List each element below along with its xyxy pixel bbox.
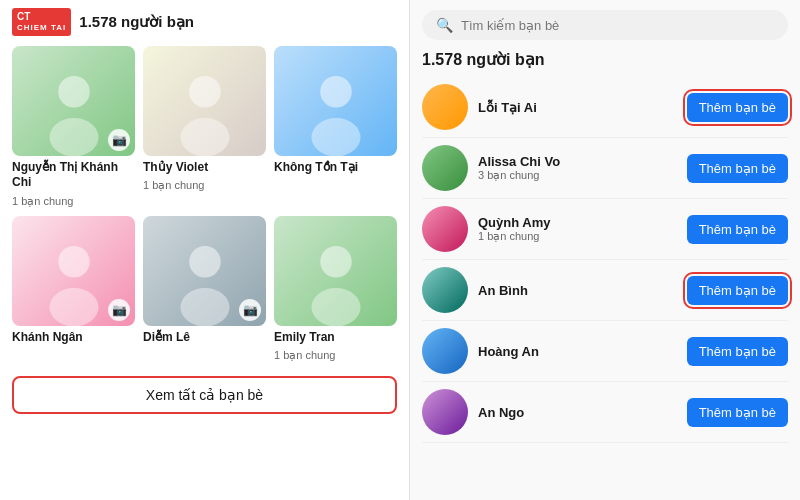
add-friend-button[interactable]: Thêm bạn bè bbox=[687, 215, 788, 244]
friend-info: Alissa Chi Vo3 bạn chung bbox=[478, 154, 677, 182]
right-panel-title: 1.578 người bạn bbox=[422, 50, 788, 69]
friend-name: Không Tồn Tại bbox=[274, 160, 397, 176]
friend-info: An Bình bbox=[478, 283, 677, 298]
friend-list-item: Alissa Chi Vo3 bạn chungThêm bạn bè bbox=[422, 138, 788, 199]
friend-name: Emily Tran bbox=[274, 330, 397, 346]
friend-name: Thủy Violet bbox=[143, 160, 266, 176]
friend-list-item: Quỳnh Amy1 bạn chungThêm bạn bè bbox=[422, 199, 788, 260]
friend-count-title: 1.578 người bạn bbox=[79, 13, 194, 31]
avatar bbox=[422, 267, 468, 313]
friend-card: Thủy Violet1 bạn chung bbox=[143, 46, 266, 208]
friend-list-name: Quỳnh Amy bbox=[478, 215, 677, 230]
photo-placeholder bbox=[143, 46, 266, 156]
avatar bbox=[422, 328, 468, 374]
avatar bbox=[422, 84, 468, 130]
camera-icon: 📷 bbox=[108, 129, 130, 151]
friend-list-name: Hoàng An bbox=[478, 344, 677, 359]
svg-point-4 bbox=[320, 76, 352, 108]
search-icon: 🔍 bbox=[436, 17, 453, 33]
svg-point-6 bbox=[58, 246, 90, 278]
photo-placeholder bbox=[274, 46, 397, 156]
svg-point-1 bbox=[49, 118, 98, 156]
friend-list-item: Lỗi Tại AiThêm bạn bè bbox=[422, 77, 788, 138]
friend-list-name: Alissa Chi Vo bbox=[478, 154, 677, 169]
friend-name: Nguyễn Thị Khánh Chi bbox=[12, 160, 135, 191]
svg-point-2 bbox=[189, 76, 221, 108]
add-friend-button[interactable]: Thêm bạn bè bbox=[687, 398, 788, 427]
search-box: 🔍 bbox=[422, 10, 788, 40]
friend-photo: 📷 bbox=[12, 216, 135, 326]
avatar bbox=[422, 145, 468, 191]
friend-mutual: 1 bạn chung bbox=[143, 179, 266, 192]
friend-card: 📷Diễm Lê bbox=[143, 216, 266, 363]
camera-icon: 📷 bbox=[108, 299, 130, 321]
add-friend-button[interactable]: Thêm bạn bè bbox=[687, 276, 788, 305]
friend-photo bbox=[143, 46, 266, 156]
svg-point-8 bbox=[189, 246, 221, 278]
friend-list-name: An Bình bbox=[478, 283, 677, 298]
left-panel: CT CHIEM TAI 1.578 người bạn 📷Nguyễn Thị… bbox=[0, 0, 410, 500]
avatar bbox=[422, 206, 468, 252]
friend-photo: 📷 bbox=[143, 216, 266, 326]
friend-list-mutual: 3 bạn chung bbox=[478, 169, 677, 182]
svg-point-9 bbox=[180, 288, 229, 326]
friend-card: Emily Tran1 bạn chung bbox=[274, 216, 397, 363]
friend-info: Lỗi Tại Ai bbox=[478, 100, 677, 115]
friend-mutual: 1 bạn chung bbox=[274, 349, 397, 362]
friend-mutual: 1 bạn chung bbox=[12, 195, 135, 208]
friend-list: Lỗi Tại AiThêm bạn bèAlissa Chi Vo3 bạn … bbox=[422, 77, 788, 443]
friend-card: 📷Nguyễn Thị Khánh Chi1 bạn chung bbox=[12, 46, 135, 208]
photo-placeholder bbox=[274, 216, 397, 326]
see-all-button[interactable]: Xem tất cả bạn bè bbox=[12, 376, 397, 414]
friend-name: Khánh Ngân bbox=[12, 330, 135, 346]
friend-info: Quỳnh Amy1 bạn chung bbox=[478, 215, 677, 243]
add-friend-button[interactable]: Thêm bạn bè bbox=[687, 337, 788, 366]
svg-point-5 bbox=[311, 118, 360, 156]
logo: CT CHIEM TAI bbox=[12, 8, 71, 36]
friend-photo bbox=[274, 46, 397, 156]
friend-list-item: An BìnhThêm bạn bè bbox=[422, 260, 788, 321]
avatar bbox=[422, 389, 468, 435]
svg-point-7 bbox=[49, 288, 98, 326]
camera-icon: 📷 bbox=[239, 299, 261, 321]
search-input[interactable] bbox=[461, 18, 774, 33]
svg-point-0 bbox=[58, 76, 90, 108]
friend-list-item: Hoàng AnThêm bạn bè bbox=[422, 321, 788, 382]
friend-list-name: An Ngo bbox=[478, 405, 677, 420]
friend-name: Diễm Lê bbox=[143, 330, 266, 346]
add-friend-button[interactable]: Thêm bạn bè bbox=[687, 93, 788, 122]
friend-card: 📷Khánh Ngân bbox=[12, 216, 135, 363]
friend-photo: 📷 bbox=[12, 46, 135, 156]
friend-list-name: Lỗi Tại Ai bbox=[478, 100, 677, 115]
svg-point-3 bbox=[180, 118, 229, 156]
friends-grid: 📷Nguyễn Thị Khánh Chi1 bạn chung Thủy Vi… bbox=[12, 46, 397, 363]
friend-info: Hoàng An bbox=[478, 344, 677, 359]
friend-list-mutual: 1 bạn chung bbox=[478, 230, 677, 243]
left-header: CT CHIEM TAI 1.578 người bạn bbox=[12, 8, 397, 36]
friend-card: Không Tồn Tại bbox=[274, 46, 397, 208]
friend-list-item: An NgoThêm bạn bè bbox=[422, 382, 788, 443]
svg-point-10 bbox=[320, 246, 352, 278]
add-friend-button[interactable]: Thêm bạn bè bbox=[687, 154, 788, 183]
friend-photo bbox=[274, 216, 397, 326]
friend-info: An Ngo bbox=[478, 405, 677, 420]
right-panel: 🔍 1.578 người bạn Lỗi Tại AiThêm bạn bèA… bbox=[410, 0, 800, 500]
svg-point-11 bbox=[311, 288, 360, 326]
